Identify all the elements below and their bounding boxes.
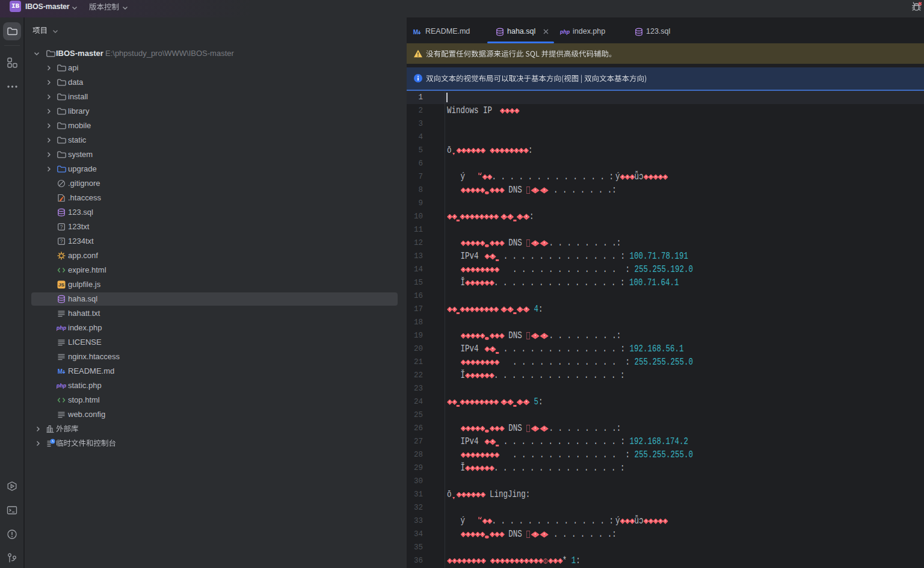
svg-text:M: M <box>58 368 63 375</box>
svg-text:php: php <box>57 383 66 389</box>
svg-text:php: php <box>57 325 66 331</box>
svg-text:?: ? <box>60 224 63 230</box>
svg-text:M: M <box>413 29 418 36</box>
svg-text:?: ? <box>60 238 63 244</box>
svg-text:JS: JS <box>58 282 64 288</box>
svg-text:php: php <box>560 29 570 35</box>
